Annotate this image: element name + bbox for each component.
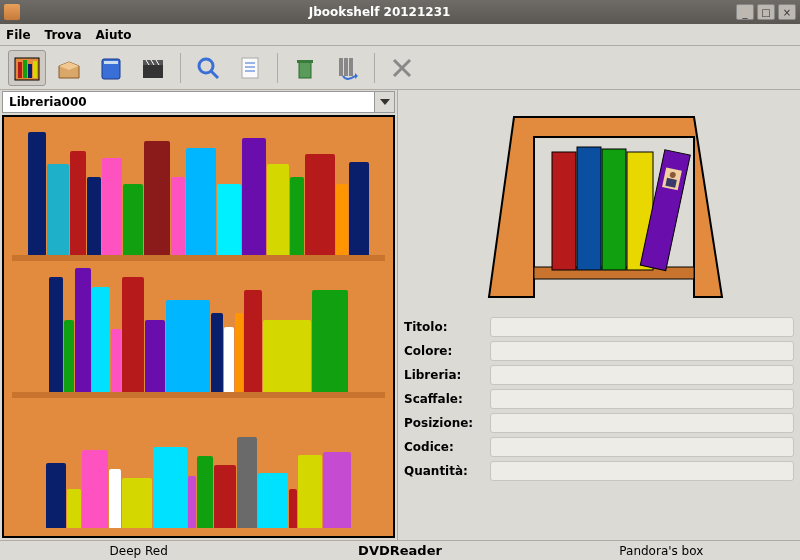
shelf-book[interactable] — [28, 132, 46, 256]
svg-line-15 — [211, 71, 218, 78]
field-titolo[interactable] — [490, 317, 794, 337]
shelf-book[interactable] — [267, 164, 289, 255]
shelf-book[interactable] — [123, 184, 143, 256]
shelf-book[interactable] — [171, 177, 185, 255]
shelf-row — [12, 125, 385, 261]
shelf-book[interactable] — [349, 162, 369, 256]
shelf-book[interactable] — [92, 287, 110, 391]
toolbar-library-button[interactable] — [8, 50, 46, 86]
shelf-book[interactable] — [197, 456, 213, 528]
toolbar — [0, 46, 800, 90]
shelf-book[interactable] — [242, 138, 266, 255]
shelf-book[interactable] — [46, 463, 66, 528]
toolbar-book-button[interactable] — [92, 50, 130, 86]
shelf-book[interactable] — [290, 177, 304, 255]
shelf-book[interactable] — [49, 277, 63, 392]
menu-file[interactable]: File — [6, 28, 31, 42]
menu-trova[interactable]: Trova — [45, 28, 82, 42]
toolbar-clapper-button[interactable] — [134, 50, 172, 86]
shelf-book[interactable] — [211, 313, 223, 391]
label-titolo: Titolo: — [404, 320, 484, 334]
shelf-book[interactable] — [186, 148, 216, 255]
shelf-book[interactable] — [87, 177, 101, 255]
delete-icon — [388, 54, 416, 82]
shelf-book[interactable] — [298, 455, 322, 528]
shelf-book[interactable] — [258, 473, 288, 528]
label-codice: Codice: — [404, 440, 484, 454]
trash-icon — [291, 54, 319, 82]
svg-rect-16 — [242, 58, 258, 78]
toolbar-search-button[interactable] — [189, 50, 227, 86]
shelf-book[interactable] — [67, 489, 81, 528]
shelf-book[interactable] — [64, 320, 74, 392]
window-title: Jbookshelf 20121231 — [26, 5, 733, 19]
shelf-book[interactable] — [336, 184, 348, 256]
shelf-book[interactable] — [75, 268, 91, 392]
svg-rect-24 — [349, 58, 353, 76]
shelf-book[interactable] — [102, 158, 122, 256]
toolbar-edit-button[interactable] — [231, 50, 269, 86]
shelf-row — [12, 398, 385, 528]
shelf-book[interactable] — [217, 184, 241, 256]
field-quantita[interactable] — [490, 461, 794, 481]
status-left: Deep Red — [8, 544, 269, 558]
toolbar-box-button[interactable] — [50, 50, 88, 86]
shelf-book[interactable] — [263, 320, 311, 392]
field-codice[interactable] — [490, 437, 794, 457]
minimize-button[interactable]: _ — [736, 4, 754, 20]
label-posizione: Posizione: — [404, 416, 484, 430]
svg-rect-4 — [33, 61, 37, 78]
shelf-book[interactable] — [188, 476, 196, 528]
svg-rect-8 — [104, 61, 118, 64]
svg-point-14 — [199, 59, 213, 73]
shelf-book[interactable] — [214, 465, 236, 528]
bookshelf-view[interactable] — [2, 115, 395, 538]
svg-rect-20 — [299, 62, 311, 78]
shelf-book[interactable] — [244, 290, 262, 392]
svg-marker-28 — [380, 99, 390, 105]
shelf-book[interactable] — [82, 450, 108, 528]
field-posizione[interactable] — [490, 413, 794, 433]
shelf-book[interactable] — [289, 489, 297, 528]
svg-rect-31 — [577, 147, 601, 270]
toolbar-return-button[interactable] — [328, 50, 366, 86]
shelf-book[interactable] — [144, 141, 170, 256]
label-scaffale: Scaffale: — [404, 392, 484, 406]
chevron-down-icon — [380, 99, 390, 105]
shelf-row — [12, 261, 385, 397]
toolbar-separator — [374, 53, 375, 83]
shelf-book[interactable] — [70, 151, 86, 255]
shelf-book[interactable] — [122, 478, 152, 528]
shelf-book[interactable] — [122, 277, 144, 392]
toolbar-trash-button[interactable] — [286, 50, 324, 86]
shelf-book[interactable] — [111, 329, 121, 392]
shelf-book[interactable] — [224, 327, 234, 392]
menu-bar: File Trova Aiuto — [0, 24, 800, 46]
toolbar-delete-button[interactable] — [383, 50, 421, 86]
library-select-arrow[interactable] — [374, 92, 394, 112]
maximize-button[interactable]: □ — [757, 4, 775, 20]
menu-aiuto[interactable]: Aiuto — [96, 28, 132, 42]
shelf-book[interactable] — [235, 313, 243, 391]
shelf-book[interactable] — [323, 452, 351, 528]
label-libreria: Libreria: — [404, 368, 484, 382]
shelf-book[interactable] — [145, 320, 165, 392]
field-libreria[interactable] — [490, 365, 794, 385]
library-select[interactable]: Libreria000 — [2, 91, 395, 113]
shelf-book[interactable] — [312, 290, 348, 392]
svg-rect-22 — [339, 58, 343, 76]
close-button[interactable]: × — [778, 4, 796, 20]
field-scaffale[interactable] — [490, 389, 794, 409]
app-icon — [4, 4, 20, 20]
shelf-book[interactable] — [153, 447, 187, 528]
toolbar-separator — [180, 53, 181, 83]
field-colore[interactable] — [490, 341, 794, 361]
shelf-book[interactable] — [47, 164, 69, 255]
shelf-book[interactable] — [237, 437, 257, 528]
shelf-book[interactable] — [305, 154, 335, 256]
details-form: Titolo: Colore: Libreria: Scaffale: Posi… — [404, 317, 794, 481]
shelf-book[interactable] — [166, 300, 210, 391]
return-icon — [333, 54, 361, 82]
library-icon — [13, 54, 41, 82]
shelf-book[interactable] — [109, 469, 121, 528]
